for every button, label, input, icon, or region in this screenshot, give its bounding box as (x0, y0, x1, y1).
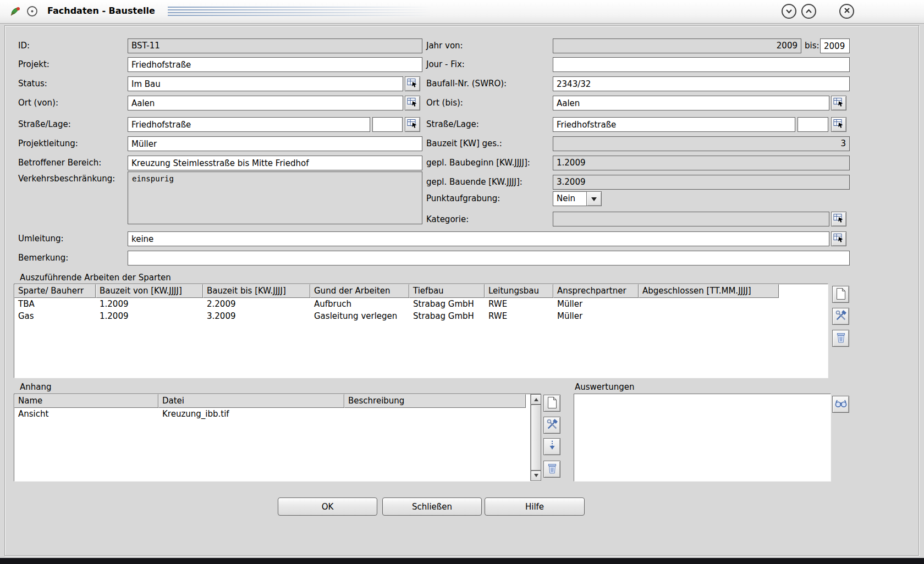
table-cell: Kreuzung_ibb.tif (158, 408, 344, 420)
column-header[interactable]: Beschreibung (344, 394, 526, 408)
scroll-up-button[interactable] (531, 394, 541, 405)
column-header[interactable]: Bauzeit bis [KW.JJJJ] (203, 284, 310, 298)
new-document-icon (835, 287, 846, 302)
table-cell: Strabag GmbH (409, 298, 485, 310)
schliessen-button[interactable]: Schließen (382, 497, 482, 516)
column-header[interactable]: Gund der Arbeiten (310, 284, 409, 298)
jahr-bis-label: bis: (805, 41, 820, 51)
tools-icon (835, 309, 847, 323)
scroll-down-button[interactable] (531, 471, 541, 481)
ort-bis-lookup-button[interactable] (831, 96, 846, 110)
lookup-icon (407, 97, 418, 109)
chevron-up-icon (805, 7, 812, 15)
table-header-row: Sparte/ BauherrBauzeit von [KW.JJJJ]Bauz… (14, 284, 828, 298)
table-row[interactable]: AnsichtKreuzung_ibb.tif (14, 408, 541, 420)
punktaufgrabung-dropdown-button[interactable] (586, 191, 602, 206)
kategorie-label: Kategorie: (426, 214, 469, 225)
verkehrsbeschraenkung-label: Verkehrsbeschränkung: (18, 174, 115, 184)
table-row[interactable]: TBA1.20092.2009AufbruchStrabag GmbHRWEMü… (14, 298, 828, 310)
projekt-field[interactable] (128, 57, 422, 72)
jour-fix-field[interactable] (553, 57, 850, 72)
table-cell: Strabag GmbH (409, 310, 485, 322)
ort-von-field[interactable] (128, 96, 403, 110)
sparten-add-button[interactable] (832, 286, 849, 303)
sparten-table-frame: Sparte/ BauherrBauzeit von [KW.JJJJ]Bauz… (14, 284, 828, 378)
strasse-lage-rechts-lookup-button[interactable] (831, 117, 846, 132)
sparten-edit-button[interactable] (832, 308, 849, 325)
punktaufgrabung-label: Punktaufgrabung: (426, 193, 500, 204)
status-lookup-button[interactable] (405, 76, 420, 91)
lookup-icon (833, 213, 844, 225)
bauzeit-kw-ges-field: 3 (553, 136, 850, 151)
auswertungen-report-button[interactable] (832, 396, 849, 413)
roll-down-button[interactable] (782, 4, 796, 19)
column-header[interactable]: Name (14, 394, 158, 408)
triangle-down-icon (534, 474, 538, 479)
bemerkung-field[interactable] (128, 251, 850, 266)
anhang-download-button[interactable] (543, 438, 560, 455)
anhang-table-frame: NameDateiBeschreibungAnsichtKreuzung_ibb… (14, 394, 541, 482)
lookup-icon (407, 118, 418, 131)
kategorie-lookup-button[interactable] (831, 212, 846, 226)
table-cell: 1.2009 (96, 298, 203, 310)
column-header[interactable]: Abgeschlossen [TT.MM.JJJJ] (639, 284, 779, 298)
anhang-delete-button[interactable] (543, 461, 560, 478)
download-icon (547, 440, 558, 454)
table-header-row: NameDateiBeschreibung (14, 394, 541, 408)
triangle-up-icon (534, 396, 538, 401)
lookup-icon (833, 97, 844, 109)
anhang-add-button[interactable] (543, 395, 560, 412)
sparten-delete-button[interactable] (832, 330, 849, 347)
ort-bis-field[interactable] (553, 96, 829, 110)
table-cell: RWE (485, 298, 553, 310)
scrollbar (530, 394, 541, 481)
table-row[interactable]: Gas1.20093.2009Gasleitung verlegenStraba… (14, 310, 828, 322)
column-header[interactable]: Tiefbau (409, 284, 485, 298)
strasse-lage-rechts-zusatz-field[interactable] (798, 117, 828, 132)
umleitung-lookup-button[interactable] (831, 231, 846, 246)
table-cell: Ansicht (14, 408, 158, 420)
betroffener-bereich-field[interactable] (128, 156, 422, 170)
table-cell (344, 408, 526, 420)
ok-button[interactable]: OK (278, 497, 377, 516)
punktaufgrabung-select[interactable]: Nein (553, 191, 587, 206)
scroll-thumb[interactable] (531, 405, 541, 471)
close-button[interactable] (839, 4, 854, 19)
jour-fix-label: Jour - Fix: (426, 59, 465, 70)
strasse-lage-links-lookup-button[interactable] (405, 117, 420, 132)
strasse-lage-rechts-field[interactable] (553, 117, 795, 132)
bottom-edge (0, 558, 924, 564)
column-header[interactable]: Sparte/ Bauherr (14, 284, 96, 298)
ort-von-label: Ort (von): (18, 98, 58, 108)
strasse-lage-rechts-label: Straße/Lage: (426, 119, 479, 130)
ort-von-lookup-button[interactable] (405, 96, 420, 110)
table-cell: Gas (14, 310, 96, 322)
umleitung-label: Umleitung: (18, 234, 64, 244)
circle-icon (26, 5, 38, 20)
stripe (168, 9, 432, 10)
strasse-lage-links-zusatz-field[interactable] (372, 117, 403, 132)
anhang-edit-button[interactable] (543, 417, 560, 434)
baufall-nr-field[interactable] (553, 76, 850, 91)
hilfe-button[interactable]: Hilfe (485, 497, 585, 516)
chevron-down-icon (591, 197, 597, 204)
umleitung-field[interactable] (128, 231, 829, 246)
projektleitung-field[interactable] (128, 136, 422, 151)
stripe (168, 7, 432, 8)
id-label: ID: (18, 41, 30, 51)
jahr-bis-field[interactable] (820, 38, 850, 53)
status-field[interactable] (128, 76, 403, 91)
gepl-baubeginn-label: gepl. Baubeginn [KW.JJJJ]: (426, 158, 530, 168)
strasse-lage-links-field[interactable] (128, 117, 370, 132)
column-header[interactable]: Ansprechpartner (553, 284, 639, 298)
baufall-nr-label: Baufall-Nr. (SWRO): (426, 79, 507, 89)
table-cell: Müller (553, 310, 639, 322)
table-cell (639, 298, 779, 310)
verkehrsbeschraenkung-field: einspurig (128, 172, 422, 224)
column-header[interactable]: Datei (158, 394, 344, 408)
stripe (168, 12, 432, 13)
roll-up-button[interactable] (801, 4, 816, 19)
table-cell: TBA (14, 298, 96, 310)
column-header[interactable]: Leitungsbau (485, 284, 553, 298)
column-header[interactable]: Bauzeit von [KW.JJJJ] (96, 284, 203, 298)
